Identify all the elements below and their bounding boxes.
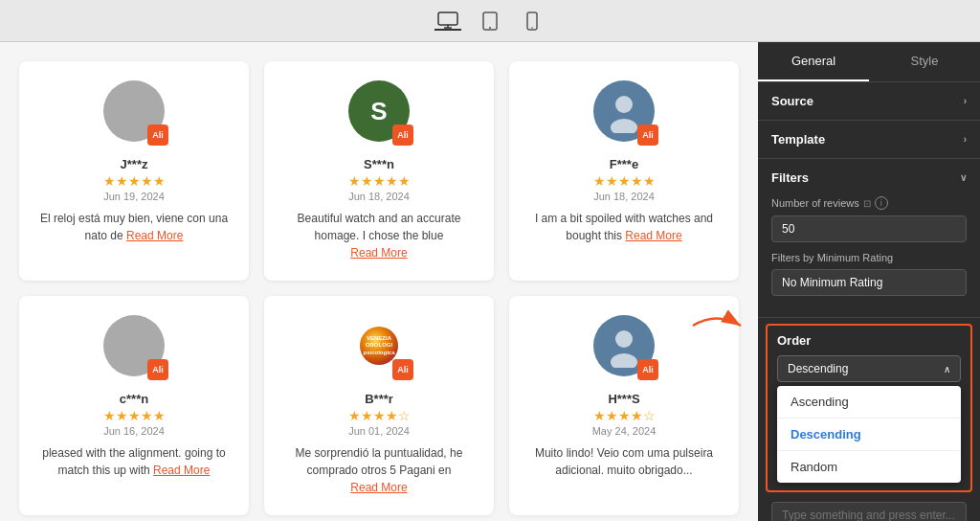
filters-header[interactable]: Filters ∨ [758, 159, 980, 196]
num-reviews-label: Number of reviews ⊡ i [771, 196, 967, 210]
aliexpress-badge: Ali [392, 359, 413, 380]
info-icon[interactable]: i [875, 196, 888, 210]
review-card: VENEZIAOROLOGIpsicologica Ali B***r ★★★★… [264, 296, 494, 515]
source-section: Source › [758, 82, 980, 121]
review-text: pleased with the alignment. going to mat… [34, 444, 234, 479]
reviews-grid: Ali J***z ★★★★★ Jun 19, 2024 El reloj es… [19, 61, 739, 515]
filters-section: Filters ∨ Number of reviews ⊡ i Filters … [758, 159, 980, 318]
star-rating: ★★★★★ [103, 408, 166, 423]
svg-point-6 [531, 27, 533, 29]
svg-point-8 [119, 119, 149, 134]
svg-point-11 [124, 330, 144, 350]
top-bar [0, 0, 980, 42]
filters-body: Number of reviews ⊡ i Filters by Minimum… [758, 196, 980, 317]
order-option-ascending[interactable]: Ascending [777, 386, 961, 418]
star-rating: ★★★★★ [348, 173, 411, 189]
read-more-link[interactable]: Read More [625, 229, 681, 242]
aliexpress-badge: Ali [637, 359, 658, 380]
svg-point-9 [615, 96, 633, 113]
aliexpress-badge: Ali [392, 125, 413, 146]
review-card: Ali c***n ★★★★★ Jun 16, 2024 pleased wit… [19, 296, 249, 515]
review-text: I am a bit spoiled with watches and boug… [524, 210, 724, 244]
avatar-wrapper: Ali [593, 315, 655, 376]
review-date: Jun 19, 2024 [103, 191, 165, 202]
reviewer-name: H***S [608, 392, 639, 406]
bead-logo: VENEZIAOROLOGIpsicologica [360, 327, 398, 365]
reviewer-name: c***n [120, 392, 148, 406]
reviewer-name: F***e [610, 157, 638, 171]
order-dropdown-trigger[interactable]: Descending ∧ [777, 355, 961, 382]
review-text: Beautiful watch and an accurate homage. … [279, 210, 479, 261]
order-option-random[interactable]: Random [777, 450, 961, 483]
review-date: Jun 18, 2024 [593, 191, 655, 202]
review-card: Ali F***e ★★★★★ Jun 18, 2024 I am a bit … [509, 61, 739, 281]
review-date: May 24, 2024 [592, 425, 657, 437]
read-more-link[interactable]: Read More [350, 481, 407, 494]
chevron-right-icon: › [964, 134, 967, 145]
avatar-wrapper: S Ali [348, 80, 410, 142]
tab-style[interactable]: Style [869, 42, 980, 81]
min-rating-select[interactable]: No Minimum Rating 1 Star 2 Stars 3 Stars… [771, 269, 967, 296]
svg-point-7 [124, 96, 144, 115]
review-text: El reloj está muy bien, viene con una na… [34, 210, 234, 244]
order-dropdown-menu: Ascending Descending Random [777, 386, 961, 483]
template-section: Template › [758, 121, 980, 159]
review-card: Ali J***z ★★★★★ Jun 19, 2024 El reloj es… [19, 61, 249, 281]
reviews-area: Ali J***z ★★★★★ Jun 19, 2024 El reloj es… [0, 42, 758, 521]
aliexpress-badge: Ali [147, 125, 168, 146]
read-more-link[interactable]: Read More [153, 464, 210, 477]
star-rating: ★★★★★ [593, 173, 656, 189]
chevron-right-icon: › [964, 96, 967, 106]
mobile-icon[interactable] [519, 11, 546, 31]
review-card: S Ali S***n ★★★★★ Jun 18, 2024 Beautiful… [264, 61, 494, 281]
search-input[interactable] [771, 502, 967, 521]
review-date: Jun 01, 2024 [348, 425, 410, 437]
aliexpress-badge: Ali [637, 125, 658, 146]
chevron-down-icon: ∨ [960, 172, 967, 183]
avatar-wrapper: Ali [103, 315, 165, 376]
star-rating: ★★★★★ [103, 173, 166, 189]
desktop-icon[interactable] [434, 11, 461, 31]
read-more-link[interactable]: Read More [350, 246, 407, 260]
avatar-wrapper: Ali [593, 80, 655, 142]
svg-point-14 [611, 353, 637, 368]
num-reviews-input[interactable] [771, 215, 967, 242]
svg-rect-0 [438, 12, 457, 25]
review-text: Me sorprendió la puntualidad, he comprad… [279, 444, 479, 496]
panel-tabs: General Style [758, 42, 980, 82]
review-date: Jun 18, 2024 [348, 191, 410, 202]
tablet-icon[interactable] [477, 11, 503, 31]
order-section: Order Descending ∧ Ascending Descending … [766, 324, 972, 492]
chevron-up-icon: ∧ [944, 364, 950, 374]
read-more-link[interactable]: Read More [126, 229, 183, 242]
review-date: Jun 16, 2024 [103, 425, 165, 437]
aliexpress-badge: Ali [147, 359, 168, 380]
review-text: Muito lindo! Veio com uma pulseira adici… [524, 444, 724, 479]
screen-icon: ⊡ [863, 198, 871, 209]
svg-point-10 [611, 119, 637, 133]
reviewer-name: S***n [364, 157, 394, 171]
order-label: Order [768, 326, 970, 355]
svg-point-12 [119, 353, 149, 369]
svg-point-4 [489, 27, 491, 29]
svg-point-13 [615, 330, 633, 348]
min-rating-label: Filters by Minimum Rating [771, 252, 967, 263]
reviewer-name: J***z [121, 157, 148, 171]
source-header[interactable]: Source › [758, 82, 980, 120]
reviewer-name: B***r [365, 392, 393, 406]
avatar-wrapper: VENEZIAOROLOGIpsicologica Ali [348, 315, 410, 376]
search-section [758, 498, 980, 521]
tab-general[interactable]: General [758, 42, 869, 81]
template-header[interactable]: Template › [758, 121, 980, 158]
avatar-wrapper: Ali [103, 80, 165, 142]
review-card: Ali H***S ★★★★☆ May 24, 2024 Muito lindo… [509, 296, 739, 515]
star-rating: ★★★★☆ [593, 408, 656, 423]
star-rating: ★★★★☆ [348, 408, 411, 423]
order-option-descending[interactable]: Descending [777, 418, 961, 450]
right-panel: General Style Source › Template › Filter… [758, 42, 980, 521]
